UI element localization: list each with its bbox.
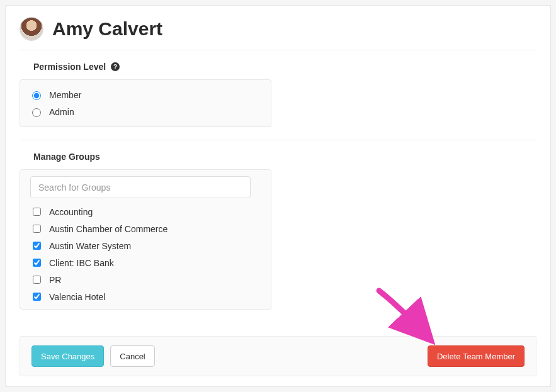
group-label: Valencia Hotel xyxy=(49,292,105,302)
groups-label-row: Manage Groups xyxy=(33,152,536,162)
group-item[interactable]: Accounting xyxy=(30,203,263,220)
groups-panel: AccountingAustin Chamber of CommerceAust… xyxy=(20,169,271,310)
group-checkbox[interactable] xyxy=(33,225,41,233)
permission-option-label: Admin xyxy=(49,107,74,117)
group-checkbox[interactable] xyxy=(33,293,41,301)
groups-label: Manage Groups xyxy=(33,152,100,162)
permission-option-member[interactable]: Member xyxy=(29,86,262,103)
page-title: Amy Calvert xyxy=(52,18,162,40)
avatar xyxy=(20,17,43,41)
groups-section: Manage Groups AccountingAustin Chamber o… xyxy=(20,140,536,310)
permission-radio-admin[interactable] xyxy=(32,108,41,117)
group-item[interactable]: Valencia Hotel xyxy=(30,288,263,305)
group-item[interactable]: Austin Chamber of Commerce xyxy=(30,220,263,237)
group-checkbox[interactable] xyxy=(33,242,41,250)
permission-option-label: Member xyxy=(49,90,81,100)
permission-option-admin[interactable]: Admin xyxy=(29,103,262,120)
permission-radio-member[interactable] xyxy=(32,91,41,100)
footer-left: Save Changes Cancel xyxy=(31,345,155,367)
group-item[interactable]: PR xyxy=(30,271,263,288)
header: Amy Calvert xyxy=(20,17,536,50)
group-checkbox[interactable] xyxy=(33,259,41,267)
group-item[interactable]: Client: IBC Bank xyxy=(30,254,263,271)
group-label: Accounting xyxy=(49,207,93,217)
help-icon[interactable]: ? xyxy=(111,62,120,71)
permission-label-row: Permission Level ? xyxy=(33,62,536,72)
group-label: Web Dev xyxy=(49,309,85,310)
cancel-button[interactable]: Cancel xyxy=(110,345,154,367)
user-settings-card: Amy Calvert Permission Level ? MemberAdm… xyxy=(5,5,551,387)
group-label: Austin Water System xyxy=(49,241,131,251)
group-label: Client: IBC Bank xyxy=(49,258,114,268)
permission-panel: MemberAdmin xyxy=(20,79,271,127)
groups-scroll[interactable]: AccountingAustin Chamber of CommerceAust… xyxy=(30,176,267,309)
save-button[interactable]: Save Changes xyxy=(31,345,104,367)
group-checkbox[interactable] xyxy=(33,208,41,216)
group-item[interactable]: Austin Water System xyxy=(30,237,263,254)
group-label: Austin Chamber of Commerce xyxy=(49,224,167,234)
permission-section: Permission Level ? MemberAdmin xyxy=(20,50,536,140)
group-label: PR xyxy=(49,275,61,285)
delete-team-member-button[interactable]: Delete Team Member xyxy=(428,345,525,367)
group-item[interactable]: Web Dev xyxy=(30,305,263,309)
group-checkbox[interactable] xyxy=(33,276,41,284)
permission-label: Permission Level xyxy=(33,62,106,72)
footer-bar: Save Changes Cancel Delete Team Member xyxy=(20,336,536,376)
groups-search-input[interactable] xyxy=(30,176,251,198)
